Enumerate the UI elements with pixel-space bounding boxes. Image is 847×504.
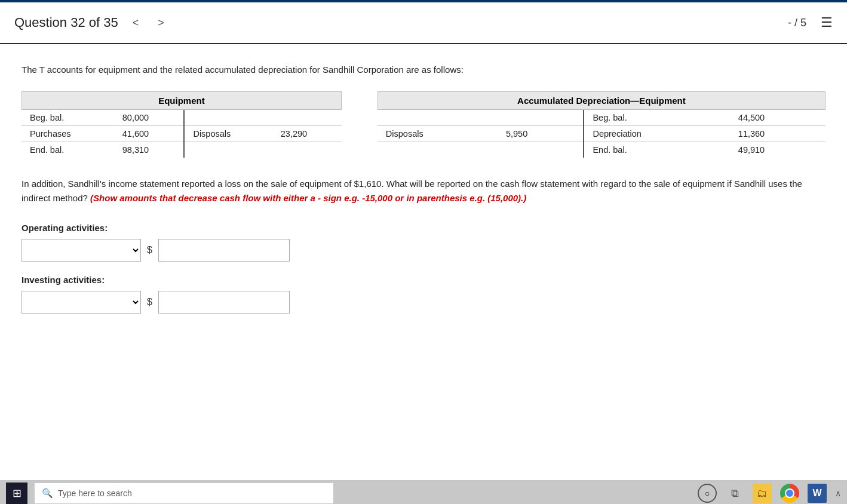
cell: Depreciation (584, 125, 729, 142)
taskbar-file-manager-icon[interactable]: 🗂 (753, 484, 772, 503)
list-icon[interactable]: ☰ (821, 15, 833, 30)
operating-amount-input[interactable] (158, 239, 290, 262)
accum-dep-table: Beg. bal. 44,500 Disposals 5,950 Depreci… (378, 110, 825, 158)
cell: 23,290 (272, 125, 342, 142)
equipment-t-account: Equipment Beg. bal. 80,000 Purchases 41,… (22, 91, 342, 158)
table-row: End. bal. 98,310 (22, 142, 342, 158)
cell: 11,360 (730, 125, 825, 142)
investing-activities-section: Investing activities: $ (22, 275, 825, 314)
nav-back-button[interactable]: < (128, 14, 144, 32)
operating-form-row: $ (22, 239, 825, 262)
cell: 41,600 (114, 125, 185, 142)
cell: 49,910 (730, 142, 825, 158)
cell: 98,310 (114, 142, 185, 158)
main-window: Question 32 of 35 < > - / 5 ☰ The T acco… (0, 2, 847, 480)
investing-form-row: $ (22, 291, 825, 314)
cell (498, 110, 584, 126)
question-label: Question 32 of 35 (14, 15, 118, 30)
t-accounts-wrapper: Equipment Beg. bal. 80,000 Purchases 41,… (22, 91, 825, 158)
taskbar-chrome-icon[interactable] (780, 484, 799, 503)
question-text: In addition, Sandhill's income statement… (22, 177, 825, 207)
taskbar-desktop-icon[interactable]: ⧉ (725, 484, 744, 503)
accum-dep-header: Accumulated Depreciation—Equipment (378, 91, 825, 110)
investing-dollar-sign: $ (147, 297, 152, 308)
investing-section-label: Investing activities: (22, 275, 825, 285)
content-area: The T accounts for equipment and the rel… (0, 44, 847, 480)
question-text-highlight: (Show amounts that decrease cash flow wi… (90, 193, 526, 203)
operating-section-label: Operating activities: (22, 223, 825, 233)
cell: 44,500 (730, 110, 825, 126)
operating-dollar-sign: $ (147, 245, 152, 256)
cell: Disposals (378, 125, 498, 142)
investing-dropdown[interactable] (22, 291, 141, 314)
table-row: End. bal. 49,910 (378, 142, 825, 158)
cell: Beg. bal. (584, 110, 729, 126)
header-left: Question 32 of 35 < > (14, 14, 169, 32)
taskbar: ⊞ 🔍 Type here to search ○ ⧉ 🗂 W ∧ (0, 480, 847, 504)
cell: End. bal. (22, 142, 114, 158)
cell: 80,000 (114, 110, 185, 126)
table-row: Disposals 5,950 Depreciation 11,360 (378, 125, 825, 142)
cell: Purchases (22, 125, 114, 142)
table-row: Purchases 41,600 Disposals 23,290 (22, 125, 342, 142)
taskbar-circle-icon[interactable]: ○ (698, 484, 717, 503)
cell: 5,950 (498, 125, 584, 142)
search-icon: 🔍 (42, 488, 53, 499)
taskbar-search-box[interactable]: 🔍 Type here to search (35, 483, 333, 503)
taskbar-word-icon[interactable]: W (808, 484, 827, 503)
cell (498, 142, 584, 158)
cell (378, 110, 498, 126)
operating-activities-section: Operating activities: $ (22, 223, 825, 262)
accum-dep-t-account: Accumulated Depreciation—Equipment Beg. … (378, 91, 825, 158)
windows-icon: ⊞ (13, 487, 22, 500)
investing-amount-input[interactable] (158, 291, 290, 314)
table-row: Beg. bal. 80,000 (22, 110, 342, 126)
cell: End. bal. (584, 142, 729, 158)
equipment-table: Beg. bal. 80,000 Purchases 41,600 Dispos… (22, 110, 342, 158)
intro-text: The T accounts for equipment and the rel… (22, 63, 825, 77)
cell (184, 142, 272, 158)
cell (184, 110, 272, 126)
nav-forward-button[interactable]: > (153, 14, 169, 32)
equipment-header: Equipment (22, 91, 342, 110)
cell (378, 142, 498, 158)
cell (272, 110, 342, 126)
table-row: Beg. bal. 44,500 (378, 110, 825, 126)
operating-dropdown[interactable] (22, 239, 141, 262)
taskbar-chevron-icon[interactable]: ∧ (835, 488, 841, 498)
header-right: - / 5 ☰ (788, 15, 833, 30)
cell (272, 142, 342, 158)
cell: Disposals (184, 125, 272, 142)
cell: Beg. bal. (22, 110, 114, 126)
header: Question 32 of 35 < > - / 5 ☰ (0, 2, 847, 44)
start-button[interactable]: ⊞ (6, 483, 27, 504)
taskbar-right: ○ ⧉ 🗂 W ∧ (698, 484, 841, 503)
score-label: - / 5 (788, 17, 806, 29)
search-placeholder-text: Type here to search (58, 488, 132, 498)
